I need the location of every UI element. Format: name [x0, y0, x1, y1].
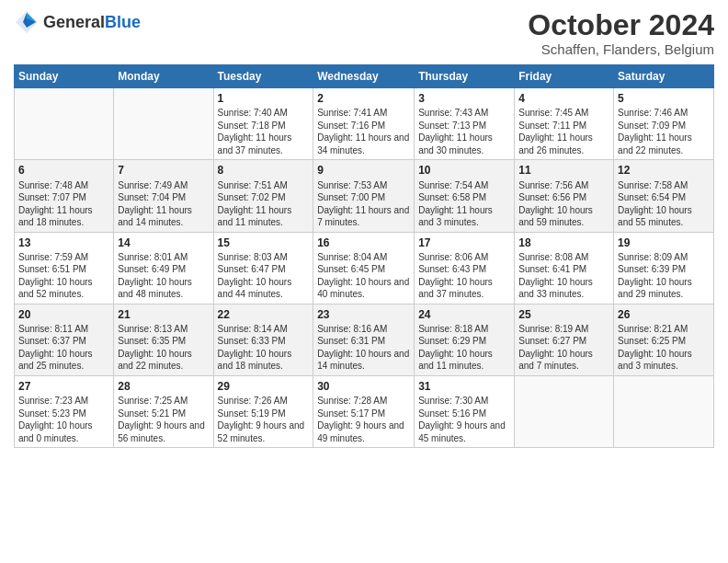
day-info: Sunrise: 7:48 AM Sunset: 7:07 PM Dayligh… — [18, 179, 109, 229]
table-row: 25Sunrise: 8:19 AM Sunset: 6:27 PM Dayli… — [515, 304, 614, 375]
calendar-week-row: 6Sunrise: 7:48 AM Sunset: 7:07 PM Daylig… — [15, 160, 714, 232]
table-row: 14Sunrise: 8:01 AM Sunset: 6:49 PM Dayli… — [114, 232, 213, 304]
table-row: 6Sunrise: 7:48 AM Sunset: 7:07 PM Daylig… — [15, 160, 114, 232]
location-title: Schaffen, Flanders, Belgium — [528, 41, 714, 57]
day-info: Sunrise: 7:25 AM Sunset: 5:21 PM Dayligh… — [118, 395, 209, 444]
day-info: Sunrise: 7:23 AM Sunset: 5:23 PM Dayligh… — [18, 395, 109, 444]
day-info: Sunrise: 7:58 AM Sunset: 6:54 PM Dayligh… — [618, 179, 710, 229]
table-row: 20Sunrise: 8:11 AM Sunset: 6:37 PM Dayli… — [15, 304, 114, 375]
table-row — [114, 88, 213, 160]
day-number: 19 — [618, 236, 710, 250]
day-number: 16 — [317, 236, 410, 250]
table-row: 26Sunrise: 8:21 AM Sunset: 6:25 PM Dayli… — [614, 304, 714, 375]
table-row: 19Sunrise: 8:09 AM Sunset: 6:39 PM Dayli… — [614, 232, 714, 304]
day-number: 15 — [218, 236, 310, 250]
day-number: 27 — [18, 379, 109, 394]
col-thursday: Thursday — [415, 65, 515, 88]
logo-blue: Blue — [105, 13, 141, 31]
day-number: 11 — [518, 163, 609, 178]
day-number: 23 — [317, 307, 410, 322]
table-row: 30Sunrise: 7:28 AM Sunset: 5:17 PM Dayli… — [313, 375, 415, 447]
table-row — [15, 88, 114, 160]
day-info: Sunrise: 8:11 AM Sunset: 6:37 PM Dayligh… — [18, 323, 109, 373]
day-number: 8 — [218, 163, 310, 178]
day-number: 12 — [618, 163, 710, 178]
day-info: Sunrise: 7:41 AM Sunset: 7:16 PM Dayligh… — [317, 107, 410, 156]
day-number: 20 — [18, 307, 109, 322]
calendar-week-row: 20Sunrise: 8:11 AM Sunset: 6:37 PM Dayli… — [15, 304, 714, 375]
table-row: 31Sunrise: 7:30 AM Sunset: 5:16 PM Dayli… — [415, 375, 515, 447]
day-number: 30 — [317, 379, 410, 394]
table-row: 23Sunrise: 8:16 AM Sunset: 6:31 PM Dayli… — [313, 304, 415, 375]
table-row: 15Sunrise: 8:03 AM Sunset: 6:47 PM Dayli… — [213, 232, 313, 304]
day-number: 28 — [118, 379, 209, 394]
day-number: 9 — [317, 163, 410, 178]
table-row: 10Sunrise: 7:54 AM Sunset: 6:58 PM Dayli… — [415, 160, 515, 232]
day-number: 31 — [418, 379, 510, 394]
day-info: Sunrise: 8:14 AM Sunset: 6:33 PM Dayligh… — [218, 323, 310, 373]
day-info: Sunrise: 7:54 AM Sunset: 6:58 PM Dayligh… — [418, 179, 510, 229]
day-number: 24 — [418, 307, 510, 322]
day-info: Sunrise: 7:49 AM Sunset: 7:04 PM Dayligh… — [118, 179, 209, 229]
month-title: October 2024 — [528, 9, 714, 41]
day-number: 4 — [518, 91, 609, 106]
table-row: 21Sunrise: 8:13 AM Sunset: 6:35 PM Dayli… — [114, 304, 213, 375]
day-info: Sunrise: 8:08 AM Sunset: 6:41 PM Dayligh… — [518, 251, 609, 301]
col-friday: Friday — [515, 65, 614, 88]
day-number: 6 — [18, 163, 109, 178]
day-number: 13 — [18, 236, 109, 250]
day-number: 3 — [418, 91, 510, 106]
day-number: 1 — [218, 91, 310, 106]
day-info: Sunrise: 8:18 AM Sunset: 6:29 PM Dayligh… — [418, 323, 510, 373]
day-number: 14 — [118, 236, 209, 250]
table-row: 22Sunrise: 8:14 AM Sunset: 6:33 PM Dayli… — [213, 304, 313, 375]
col-monday: Monday — [114, 65, 213, 88]
table-row: 5Sunrise: 7:46 AM Sunset: 7:09 PM Daylig… — [614, 88, 714, 160]
day-info: Sunrise: 8:16 AM Sunset: 6:31 PM Dayligh… — [317, 323, 410, 373]
table-row: 29Sunrise: 7:26 AM Sunset: 5:19 PM Dayli… — [213, 375, 313, 447]
table-row: 13Sunrise: 7:59 AM Sunset: 6:51 PM Dayli… — [15, 232, 114, 304]
day-info: Sunrise: 7:56 AM Sunset: 6:56 PM Dayligh… — [518, 179, 609, 229]
day-number: 29 — [218, 379, 310, 394]
day-info: Sunrise: 8:06 AM Sunset: 6:43 PM Dayligh… — [418, 251, 510, 301]
day-info: Sunrise: 7:51 AM Sunset: 7:02 PM Dayligh… — [218, 179, 310, 229]
day-number: 2 — [317, 91, 410, 106]
day-info: Sunrise: 8:13 AM Sunset: 6:35 PM Dayligh… — [118, 323, 209, 373]
day-info: Sunrise: 7:45 AM Sunset: 7:11 PM Dayligh… — [518, 107, 609, 156]
logo: GeneralBlue — [14, 9, 141, 35]
calendar-week-row: 1Sunrise: 7:40 AM Sunset: 7:18 PM Daylig… — [15, 88, 714, 160]
col-tuesday: Tuesday — [213, 65, 313, 88]
table-row: 3Sunrise: 7:43 AM Sunset: 7:13 PM Daylig… — [415, 88, 515, 160]
day-info: Sunrise: 7:59 AM Sunset: 6:51 PM Dayligh… — [18, 251, 109, 301]
day-info: Sunrise: 7:30 AM Sunset: 5:16 PM Dayligh… — [418, 395, 510, 444]
col-wednesday: Wednesday — [313, 65, 415, 88]
day-info: Sunrise: 7:43 AM Sunset: 7:13 PM Dayligh… — [418, 107, 510, 156]
day-info: Sunrise: 7:40 AM Sunset: 7:18 PM Dayligh… — [218, 107, 310, 156]
table-row: 9Sunrise: 7:53 AM Sunset: 7:00 PM Daylig… — [313, 160, 415, 232]
table-row: 24Sunrise: 8:18 AM Sunset: 6:29 PM Dayli… — [415, 304, 515, 375]
calendar-week-row: 27Sunrise: 7:23 AM Sunset: 5:23 PM Dayli… — [15, 375, 714, 447]
day-info: Sunrise: 8:03 AM Sunset: 6:47 PM Dayligh… — [218, 251, 310, 301]
day-info: Sunrise: 7:26 AM Sunset: 5:19 PM Dayligh… — [218, 395, 310, 444]
day-number: 5 — [618, 91, 710, 106]
day-info: Sunrise: 8:19 AM Sunset: 6:27 PM Dayligh… — [518, 323, 609, 373]
day-number: 22 — [218, 307, 310, 322]
day-number: 21 — [118, 307, 209, 322]
calendar-header-row: Sunday Monday Tuesday Wednesday Thursday… — [15, 65, 714, 88]
day-info: Sunrise: 8:04 AM Sunset: 6:45 PM Dayligh… — [317, 251, 410, 301]
calendar-table: Sunday Monday Tuesday Wednesday Thursday… — [14, 64, 714, 448]
day-number: 7 — [118, 163, 209, 178]
logo-text: GeneralBlue — [43, 13, 141, 32]
table-row: 12Sunrise: 7:58 AM Sunset: 6:54 PM Dayli… — [614, 160, 714, 232]
day-number: 17 — [418, 236, 510, 250]
day-info: Sunrise: 8:01 AM Sunset: 6:49 PM Dayligh… — [118, 251, 209, 301]
day-number: 26 — [618, 307, 710, 322]
table-row: 8Sunrise: 7:51 AM Sunset: 7:02 PM Daylig… — [213, 160, 313, 232]
day-number: 25 — [518, 307, 609, 322]
table-row: 28Sunrise: 7:25 AM Sunset: 5:21 PM Dayli… — [114, 375, 213, 447]
day-info: Sunrise: 7:28 AM Sunset: 5:17 PM Dayligh… — [317, 395, 410, 444]
table-row: 18Sunrise: 8:08 AM Sunset: 6:41 PM Dayli… — [515, 232, 614, 304]
table-row: 11Sunrise: 7:56 AM Sunset: 6:56 PM Dayli… — [515, 160, 614, 232]
table-row: 1Sunrise: 7:40 AM Sunset: 7:18 PM Daylig… — [213, 88, 313, 160]
calendar-week-row: 13Sunrise: 7:59 AM Sunset: 6:51 PM Dayli… — [15, 232, 714, 304]
